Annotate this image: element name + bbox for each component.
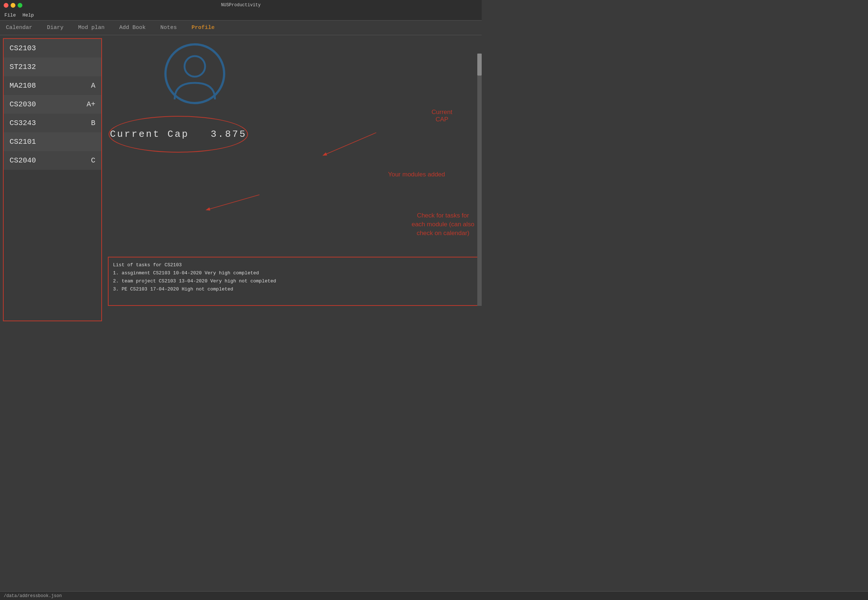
list-item[interactable]: CS2040 C [4, 151, 101, 170]
module-panel: CS2103 ST2132 MA2108 A CS2030 A+ CS3243 … [3, 38, 102, 321]
window-title: NUSProductivity [221, 3, 261, 8]
module-grade: B [91, 119, 96, 127]
minimize-button[interactable] [11, 3, 15, 8]
module-code: CS2040 [9, 156, 36, 165]
module-code: CS2030 [9, 100, 36, 109]
module-code: ST2132 [9, 63, 36, 71]
tasks-input[interactable] [113, 295, 473, 301]
menu-bar: File Help [0, 10, 482, 21]
main-content: CS2103 ST2132 MA2108 A CS2030 A+ CS3243 … [0, 35, 482, 324]
tab-addbook[interactable]: Add Book [119, 24, 146, 31]
tab-diary[interactable]: Diary [47, 24, 64, 31]
tasks-panel: List of tasks for CS2103 1. assginment C… [108, 257, 479, 306]
annotation-current-cap: CurrentCAP [431, 109, 452, 123]
annotation-modules: Your modules added [388, 171, 445, 178]
svg-line-2 [323, 133, 376, 156]
profile-area: Current Cap 3.875 CurrentCAP Your module… [105, 35, 482, 324]
nav-bar: Calendar Diary Mod plan Add Book Notes P… [0, 21, 482, 35]
close-button[interactable] [4, 3, 8, 8]
tab-calendar[interactable]: Calendar [6, 24, 32, 31]
module-grade: A [91, 82, 96, 90]
list-item[interactable]: CS2030 A+ [4, 95, 101, 114]
scrollbar[interactable] [477, 53, 482, 306]
title-bar: NUSProductivity [0, 0, 482, 10]
list-item[interactable]: CS3243 B [4, 114, 101, 132]
scroll-thumb[interactable] [477, 53, 482, 76]
module-grade: C [91, 156, 96, 165]
module-grade: A+ [86, 100, 96, 109]
list-item[interactable]: ST2132 [4, 58, 101, 76]
svg-point-1 [185, 56, 205, 77]
menu-file[interactable]: File [5, 12, 16, 18]
tab-notes[interactable]: Notes [160, 24, 177, 31]
list-item[interactable]: CS2101 [4, 132, 101, 151]
module-code: CS3243 [9, 119, 36, 127]
cap-label: Current Cap 3.875 [110, 129, 247, 140]
list-item[interactable]: CS2103 [4, 39, 101, 58]
window-controls[interactable] [4, 3, 23, 8]
svg-line-3 [206, 195, 259, 210]
list-item[interactable]: MA2108 A [4, 76, 101, 95]
annotation-tasks: Check for tasks foreach module (can also… [411, 211, 474, 237]
avatar [164, 42, 226, 107]
module-code: MA2108 [9, 82, 36, 90]
tab-profile[interactable]: Profile [191, 24, 215, 31]
menu-help[interactable]: Help [23, 12, 34, 18]
tasks-header: List of tasks for CS2103 1. assginment C… [113, 261, 473, 293]
module-code: CS2103 [9, 44, 36, 53]
module-code: CS2101 [9, 138, 36, 146]
tab-modplan[interactable]: Mod plan [78, 24, 105, 31]
cap-oval: Current Cap 3.875 [109, 116, 248, 153]
maximize-button[interactable] [18, 3, 23, 8]
